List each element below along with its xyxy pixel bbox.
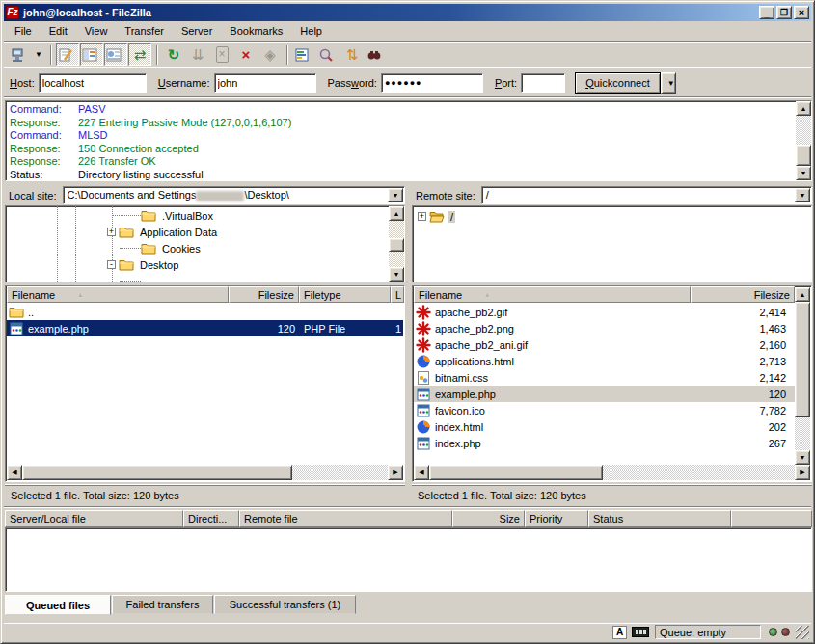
process-queue-button[interactable]: ⇊ [186, 43, 209, 66]
toggle-remote-tree-button[interactable] [104, 43, 127, 66]
menu-view[interactable]: View [76, 23, 117, 39]
close-button[interactable]: × [794, 6, 809, 19]
local-column-filename[interactable]: Filename▲ [7, 286, 229, 303]
table-row-selected[interactable]: example.php 120 [414, 386, 795, 402]
resize-grip[interactable] [796, 626, 809, 639]
title-bar[interactable]: Fz john@localhost - FileZilla _ ❐ × [4, 4, 811, 21]
queue-column-size[interactable]: Size [452, 510, 525, 527]
menu-file[interactable]: File [6, 23, 41, 39]
queue-column-direction[interactable]: Directi... [183, 510, 239, 527]
quickconnect-dropdown[interactable]: ▼ [661, 72, 676, 94]
local-site-combobox[interactable]: C:\Documents and Settings\Desktop\ ▼ [63, 186, 405, 204]
tab-queued-files[interactable]: Queued files [5, 595, 111, 615]
remote-horizontal-scrollbar[interactable]: ◀ ▶ [414, 465, 810, 480]
table-row-selected[interactable]: example.php 120 PHP File 1 [7, 320, 403, 336]
menu-help[interactable]: Help [291, 23, 331, 39]
filter-button[interactable] [292, 43, 315, 66]
username-input[interactable] [214, 73, 316, 93]
expand-icon[interactable]: + [418, 212, 426, 221]
toggle-queue-button[interactable]: ⇄ [128, 43, 151, 66]
table-row[interactable]: .. [7, 304, 403, 320]
queue-column-serverlocal[interactable]: Server/Local file [5, 510, 183, 527]
remote-vertical-scrollbar[interactable]: ▲ ▼ [795, 287, 810, 465]
local-column-filetype[interactable]: Filetype [299, 286, 391, 303]
table-row[interactable]: bitnami.css 2,142 [414, 369, 795, 386]
local-column-lastmodified[interactable]: L [391, 286, 404, 303]
tab-successful-transfers[interactable]: Successful transfers (1) [214, 595, 356, 614]
tree-item-virtualbox[interactable]: .VirtualBox [141, 207, 215, 224]
local-horizontal-scrollbar[interactable]: ◀ ▶ [7, 465, 403, 480]
scrollbar-thumb[interactable] [795, 302, 810, 417]
table-row[interactable]: index.html 202 [414, 418, 795, 435]
table-row[interactable]: apache_pb2.png 1,463 [414, 320, 795, 336]
directory-comparison-button[interactable] [316, 43, 340, 66]
collapse-icon[interactable]: - [107, 260, 116, 269]
scroll-down-button[interactable]: ▼ [796, 166, 811, 180]
scrollbar-track[interactable] [603, 465, 795, 480]
menu-bookmarks[interactable]: Bookmarks [221, 23, 291, 39]
minimize-button[interactable]: _ [759, 6, 774, 19]
remote-column-filesize[interactable]: Filesize [691, 286, 795, 303]
password-input[interactable] [381, 73, 483, 93]
remote-column-filename[interactable]: Filename▲ [414, 286, 691, 303]
toggle-local-tree-button[interactable] [80, 43, 103, 66]
scroll-up-button[interactable]: ▲ [389, 206, 404, 221]
queue-column-priority[interactable]: Priority [525, 510, 588, 527]
reconnect-button[interactable]: ◈ [258, 43, 282, 66]
scrollbar-track[interactable] [796, 116, 811, 145]
scrollbar-thumb[interactable] [429, 465, 603, 480]
scroll-up-button[interactable]: ▲ [795, 287, 810, 302]
cancel-operation-button[interactable]: × [210, 43, 233, 66]
log-scrollbar[interactable]: ▲ ▼ [796, 101, 811, 180]
table-row[interactable]: favicon.ico 7,782 [414, 402, 795, 418]
scroll-up-button[interactable]: ▲ [796, 101, 811, 116]
synchronized-browsing-button[interactable]: ⇅ [340, 43, 364, 66]
site-manager-button[interactable] [8, 43, 31, 66]
queue-column-status[interactable]: Status [588, 510, 731, 527]
tab-failed-transfers[interactable]: Failed transfers [112, 595, 213, 614]
scrollbar-thumb[interactable] [389, 238, 404, 252]
tree-item-application-data[interactable]: + Application Data [107, 224, 219, 240]
table-row[interactable]: index.php 267 [414, 435, 795, 451]
quickconnect-button[interactable]: Quickconnect [575, 72, 661, 94]
scrollbar-thumb[interactable] [796, 145, 811, 166]
menu-edit[interactable]: Edit [41, 23, 76, 39]
queue-list[interactable] [5, 527, 812, 592]
local-site-dropdown[interactable]: ▼ [388, 188, 403, 202]
remote-site-combobox[interactable]: / ▼ [481, 186, 812, 204]
scroll-right-button[interactable]: ▶ [388, 465, 403, 480]
maximize-button[interactable]: ❐ [776, 6, 792, 19]
local-tree-scrollbar[interactable]: ▲ ▼ [389, 206, 404, 282]
queue-column-blank[interactable] [731, 510, 812, 527]
port-input[interactable] [521, 73, 565, 93]
toggle-message-log-button[interactable] [56, 43, 79, 66]
table-row[interactable]: apache_pb2.gif 2,414 [414, 304, 795, 320]
activity-led-green-icon [769, 628, 777, 636]
scrollbar-track[interactable] [795, 417, 810, 450]
table-row[interactable]: applications.html 2,713 [414, 353, 795, 369]
table-row[interactable]: apache_pb2_ani.gif 2,160 [414, 336, 795, 353]
menu-server[interactable]: Server [173, 23, 221, 39]
scrollbar-track[interactable] [389, 221, 404, 238]
tree-item-root[interactable]: + / [418, 208, 455, 225]
scroll-right-button[interactable]: ▶ [795, 465, 810, 480]
find-files-button[interactable] [365, 43, 388, 66]
scrollbar-track[interactable] [389, 252, 404, 267]
disconnect-button[interactable]: × [234, 43, 258, 66]
tree-item-cookies[interactable]: Cookies [141, 240, 203, 256]
refresh-button[interactable]: ↻ [162, 43, 185, 66]
scrollbar-thumb[interactable] [22, 465, 292, 480]
local-column-filesize[interactable]: Filesize [229, 286, 299, 303]
scroll-down-button[interactable]: ▼ [795, 450, 810, 465]
scroll-left-button[interactable]: ◀ [7, 465, 22, 480]
scroll-down-button[interactable]: ▼ [389, 267, 404, 282]
expand-icon[interactable]: + [107, 228, 116, 236]
host-input[interactable] [39, 73, 147, 93]
remote-site-dropdown[interactable]: ▼ [795, 188, 810, 202]
site-manager-dropdown[interactable]: ▼ [32, 43, 45, 66]
scrollbar-track[interactable] [292, 465, 388, 480]
menu-transfer[interactable]: Transfer [116, 23, 173, 39]
tree-item-desktop[interactable]: - Desktop [107, 256, 180, 273]
scroll-left-button[interactable]: ◀ [414, 465, 429, 480]
queue-column-remotefile[interactable]: Remote file [239, 510, 452, 527]
